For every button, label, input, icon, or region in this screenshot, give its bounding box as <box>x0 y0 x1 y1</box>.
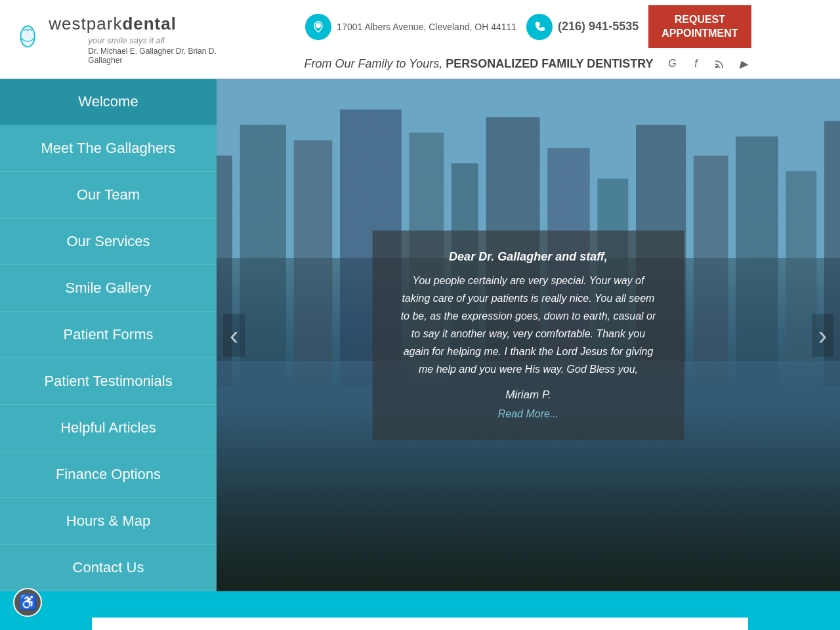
sidebar-item-patient-forms[interactable]: Patient Forms <box>0 312 217 358</box>
rss-icon[interactable] <box>711 54 729 73</box>
request-appointment-button[interactable]: REQUEST APPOINTMENT <box>648 5 751 49</box>
slider-prev-button[interactable]: ‹ <box>223 314 245 356</box>
read-more-link[interactable]: Read More... <box>498 408 558 419</box>
logo-area: westparkdental your smile says it all Dr… <box>13 14 230 65</box>
site-header: westparkdental your smile says it all Dr… <box>0 0 840 79</box>
sidebar-item-smile-gallery[interactable]: Smile Gallery <box>0 265 217 312</box>
testimonial-body: You people certainly are very special. Y… <box>399 272 658 379</box>
sidebar-item-patient-testimonials[interactable]: Patient Testimonials <box>0 358 217 405</box>
phone-item[interactable]: (216) 941-5535 <box>526 14 639 40</box>
main-layout: Welcome Meet The Gallaghers Our Team Our… <box>0 79 840 591</box>
svg-point-0 <box>21 26 35 47</box>
hero-slider: Dear Dr. Gallagher and staff, You people… <box>217 79 840 591</box>
testimonial-box: Dear Dr. Gallagher and staff, You people… <box>373 230 684 440</box>
bottom-section: Welcome to Our Practice <box>0 591 840 630</box>
sidebar-nav: Welcome Meet The Gallaghers Our Team Our… <box>0 79 217 591</box>
header-right: 17001 Albers Avenue, Cleveland, OH 44111… <box>230 5 827 74</box>
facebook-icon[interactable]: f <box>687 54 705 73</box>
header-top: 17001 Albers Avenue, Cleveland, OH 44111… <box>305 5 751 49</box>
sidebar-item-finance-options[interactable]: Finance Options <box>0 452 217 498</box>
svg-rect-14 <box>736 136 778 387</box>
header-tagline: From Our Family to Yours, PERSONALIZED F… <box>304 54 752 73</box>
slider-next-button[interactable]: › <box>812 314 833 356</box>
logo[interactable]: westparkdental your smile says it all Dr… <box>13 14 230 65</box>
sidebar-item-helpful-articles[interactable]: Helpful Articles <box>0 405 217 452</box>
testimonial-name: Miriam P. <box>399 388 658 402</box>
youtube-icon[interactable]: ▶ <box>734 54 753 73</box>
sidebar-item-hours-map[interactable]: Hours & Map <box>0 498 217 545</box>
sidebar-item-meet-gallaghers[interactable]: Meet The Gallaghers <box>0 125 217 172</box>
address-icon <box>305 14 331 40</box>
accessibility-button[interactable]: ♿ <box>13 588 42 617</box>
sidebar-item-welcome[interactable]: Welcome <box>0 79 217 125</box>
svg-rect-4 <box>240 125 286 386</box>
address-item[interactable]: 17001 Albers Avenue, Cleveland, OH 44111 <box>305 14 516 40</box>
svg-rect-13 <box>694 156 728 386</box>
testimonial-greeting: Dear Dr. Gallagher and staff, <box>399 250 658 264</box>
svg-point-2 <box>715 66 718 68</box>
doctors-names: Dr. Michael E. Gallagher Dr. Brian D. Ga… <box>88 47 230 65</box>
social-icons: G f ▶ <box>663 54 753 73</box>
brand-name: westparkdental <box>49 14 230 34</box>
google-icon[interactable]: G <box>663 54 682 73</box>
address-text: 17001 Albers Avenue, Cleveland, OH 44111 <box>337 22 516 32</box>
sidebar-item-our-team[interactable]: Our Team <box>0 172 217 219</box>
svg-rect-5 <box>294 140 333 387</box>
welcome-card: Welcome to Our Practice <box>92 618 748 630</box>
svg-point-1 <box>316 23 321 28</box>
logo-icon <box>13 23 42 56</box>
sidebar-item-our-services[interactable]: Our Services <box>0 219 217 265</box>
sidebar-item-contact-us[interactable]: Contact Us <box>0 545 217 591</box>
brand-tagline: your smile says it all <box>88 35 230 45</box>
phone-icon <box>526 14 553 40</box>
phone-number: (216) 941-5535 <box>558 20 639 33</box>
